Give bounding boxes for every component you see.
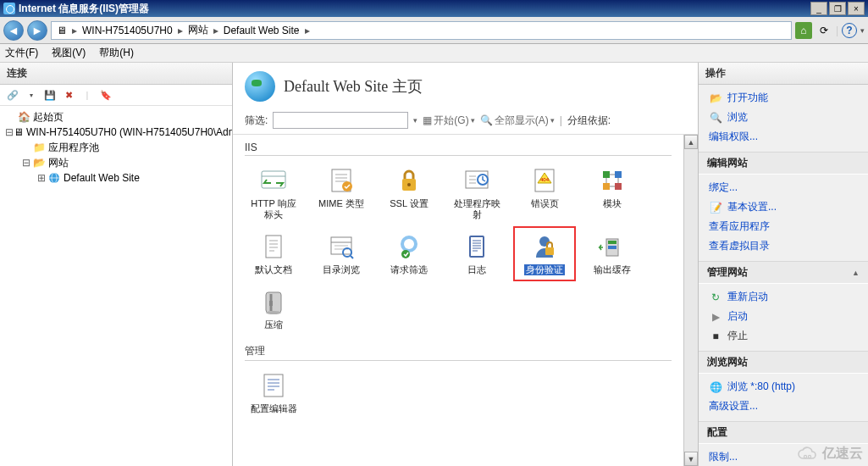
window-titlebar: Internet 信息服务(IIS)管理器 _ ❐ ×: [0, 0, 868, 17]
back-button[interactable]: ◄: [3, 20, 24, 41]
feature-authentication[interactable]: 身份验证: [516, 229, 573, 279]
close-button[interactable]: ×: [848, 2, 865, 15]
tree-sites[interactable]: ⊟ 📂 网站: [2, 155, 230, 170]
scroll-down-icon[interactable]: ▼: [684, 452, 698, 466]
server-icon: 🖥: [57, 25, 67, 36]
feature-error-pages[interactable]: 404 错误页: [516, 163, 573, 224]
tree-label: Default Web Site: [64, 172, 140, 184]
watermark-text: 亿速云: [822, 445, 863, 463]
section-edit-site: 编辑网站: [699, 152, 868, 175]
breadcrumb[interactable]: 🖥 ▸ WIN-H751405U7H0 ▸ 网站 ▸ Default Web S…: [51, 21, 792, 40]
action-basic-settings[interactable]: 📝基本设置...: [699, 197, 868, 217]
breadcrumb-default-site[interactable]: Default Web Site: [224, 25, 300, 36]
forward-button[interactable]: ►: [27, 20, 47, 41]
feature-mime-types[interactable]: MIME 类型: [312, 163, 370, 224]
action-advanced-settings[interactable]: 高级设置...: [699, 397, 868, 416]
breadcrumb-sites[interactable]: 网站: [188, 23, 208, 37]
actions-header: 操作: [699, 63, 868, 85]
action-stop[interactable]: ■停止: [699, 326, 868, 346]
action-view-vdirs[interactable]: 查看虚拟目录: [699, 236, 868, 256]
menu-view[interactable]: 视图(V): [52, 46, 86, 60]
tree-server[interactable]: ⊟ 🖥 WIN-H751405U7H0 (WIN-H751405U7H0\Adm…: [2, 125, 230, 140]
save-icon[interactable]: 💾: [42, 87, 58, 103]
scroll-track[interactable]: [684, 149, 698, 452]
go-icon: ▦: [423, 114, 432, 126]
expander-icon[interactable]: ⊟: [20, 157, 32, 169]
svg-point-34: [808, 455, 810, 458]
feature-directory-browsing[interactable]: 目录浏览: [312, 229, 370, 279]
document-icon: [259, 232, 288, 261]
feature-default-document[interactable]: 默认文档: [245, 229, 302, 279]
vertical-scrollbar[interactable]: ▲ ▼: [683, 135, 698, 466]
action-bindings[interactable]: 绑定...: [699, 178, 868, 197]
window-title: Internet 信息服务(IIS)管理器: [19, 2, 810, 16]
svg-point-31: [266, 311, 281, 314]
tree-default-site[interactable]: ⊞ Default Web Site: [2, 170, 230, 186]
scroll-up-icon[interactable]: ▲: [684, 135, 698, 149]
expander-icon[interactable]: ⊞: [36, 172, 47, 184]
mime-icon: [327, 166, 356, 195]
home-icon[interactable]: ⌂: [795, 22, 812, 39]
action-browse[interactable]: 🔍浏览: [699, 108, 868, 127]
menu-file[interactable]: 文件(F): [5, 46, 38, 60]
menu-help[interactable]: 帮助(H): [99, 46, 134, 60]
breadcrumb-server[interactable]: WIN-H751405U7H0: [82, 25, 173, 36]
breadcrumb-sep: ▸: [213, 25, 218, 36]
separator: |: [80, 87, 95, 103]
svg-rect-29: [266, 292, 281, 313]
app-pools-icon: 📁: [32, 141, 46, 154]
restart-icon: ↻: [709, 291, 722, 304]
action-browse-80[interactable]: 🌐浏览 *:80 (http): [699, 377, 868, 397]
refresh-icon[interactable]: ⟳: [815, 22, 832, 39]
feature-handler-mappings[interactable]: 处理程序映射: [448, 163, 506, 224]
action-edit-permissions[interactable]: 编辑权限...: [699, 127, 868, 147]
link-icon[interactable]: 🔖: [98, 87, 113, 103]
start-icon: ▶: [709, 310, 722, 324]
action-restart[interactable]: ↻重新启动: [699, 287, 868, 307]
feature-ssl-settings[interactable]: SSL 设置: [380, 163, 438, 224]
svg-rect-25: [545, 247, 554, 255]
request-filter-icon: [395, 232, 423, 261]
svg-point-33: [804, 455, 806, 458]
tree-label: 网站: [48, 156, 69, 170]
feature-compression[interactable]: 压缩: [245, 284, 302, 334]
delete-icon[interactable]: ✖: [61, 87, 76, 103]
server-icon: 🖥: [14, 125, 24, 139]
connect-icon[interactable]: 🔗: [5, 87, 20, 103]
collapse-icon[interactable]: ▲: [852, 269, 860, 277]
feature-output-caching[interactable]: 输出缓存: [583, 229, 641, 279]
svg-point-20: [404, 239, 414, 249]
feature-config-editor[interactable]: 配置编辑器: [245, 368, 302, 418]
feature-logging[interactable]: 日志: [448, 229, 506, 279]
filter-input[interactable]: [273, 112, 408, 129]
open-icon: 📂: [709, 92, 722, 105]
start-page-icon: 🏠: [17, 110, 30, 124]
feature-http-response-headers[interactable]: HTTP 响应标头: [245, 163, 302, 224]
lock-icon: [395, 166, 423, 195]
connections-toolbar: 🔗 ▾ 💾 ✖ | 🔖: [0, 85, 232, 106]
feature-list: IIS HTTP 响应标头 MIME 类型 SSL 设置: [233, 135, 683, 466]
config-editor-icon: [259, 371, 288, 400]
start-dropdown[interactable]: ▦ 开始(G) ▾: [423, 114, 474, 128]
site-globe-icon: [245, 71, 275, 102]
page-title: Default Web Site 主页: [284, 76, 423, 97]
svg-rect-30: [269, 301, 273, 306]
action-start[interactable]: ▶启动: [699, 307, 868, 326]
action-open-feature[interactable]: 📂打开功能: [699, 88, 868, 108]
tree-app-pools[interactable]: 📁 应用程序池: [2, 140, 230, 155]
section-mgmt-title: 管理: [245, 344, 672, 361]
feature-request-filtering[interactable]: 请求筛选: [380, 229, 438, 279]
help-icon[interactable]: ?: [842, 23, 857, 38]
center-header: Default Web Site 主页: [233, 63, 698, 110]
show-all-dropdown[interactable]: 🔍 全部显示(A) ▾: [480, 114, 555, 128]
tree-start-page[interactable]: 🏠 起始页: [2, 109, 230, 125]
expander-icon[interactable]: ⊟: [5, 126, 14, 138]
svg-rect-12: [603, 171, 610, 178]
dropdown-icon[interactable]: ▾: [24, 87, 39, 103]
feature-modules[interactable]: 模块: [583, 163, 641, 224]
maximize-button[interactable]: ❐: [829, 2, 846, 15]
breadcrumb-sep: ▸: [72, 25, 77, 36]
minimize-button[interactable]: _: [810, 2, 827, 15]
group-by-label: 分组依据:: [567, 114, 611, 128]
action-view-apps[interactable]: 查看应用程序: [699, 217, 868, 236]
